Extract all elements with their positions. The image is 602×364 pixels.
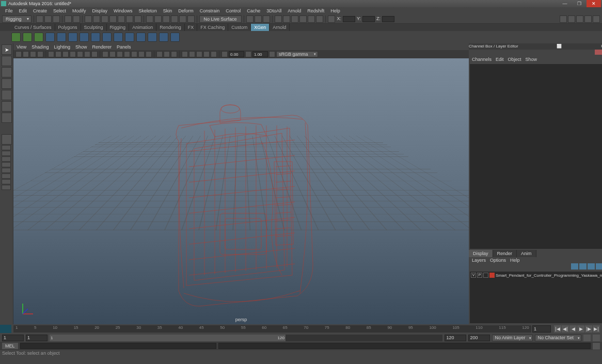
anim-layer-select[interactable]: No Anim Layer bbox=[492, 335, 533, 341]
vp-menu-lighting[interactable]: Lighting bbox=[54, 44, 70, 50]
shelf-icon[interactable] bbox=[11, 33, 21, 42]
shelf-icon[interactable] bbox=[170, 33, 180, 42]
tab-fx[interactable]: FX bbox=[185, 24, 198, 31]
vp-icon[interactable] bbox=[37, 51, 43, 57]
current-frame-field[interactable]: 1 bbox=[532, 325, 551, 333]
snap-surface-icon[interactable] bbox=[179, 15, 186, 23]
autokey-icon[interactable] bbox=[583, 335, 591, 341]
range-start-field[interactable]: 1 bbox=[2, 335, 24, 341]
select-icon-7[interactable] bbox=[134, 15, 141, 23]
vp-menu-panels[interactable]: Panels bbox=[117, 44, 131, 50]
render-icon-5[interactable] bbox=[308, 15, 315, 23]
vp-icon[interactable] bbox=[182, 51, 188, 57]
vp-icon[interactable] bbox=[77, 51, 83, 57]
shelf-icon[interactable] bbox=[159, 33, 168, 42]
tab-polygons[interactable]: Polygons bbox=[55, 24, 81, 31]
shelf-icon[interactable] bbox=[34, 33, 43, 42]
vp-menu-view[interactable]: View bbox=[17, 44, 26, 50]
render-icon-4[interactable] bbox=[299, 15, 307, 23]
gamma-icon[interactable] bbox=[245, 51, 251, 57]
shelf-icon[interactable] bbox=[125, 33, 134, 42]
lasso-tool[interactable] bbox=[2, 56, 12, 66]
vp-icon[interactable] bbox=[117, 51, 123, 57]
select-tool[interactable]: ➤ bbox=[2, 44, 12, 55]
workspace-mode[interactable]: Rigging bbox=[2, 15, 31, 23]
tab-display[interactable]: Display bbox=[469, 250, 493, 257]
cmd-language[interactable]: MEL bbox=[2, 343, 18, 349]
shelf-icon[interactable] bbox=[136, 33, 146, 42]
tab-xgen[interactable]: XGen bbox=[251, 24, 270, 31]
vp-icon[interactable] bbox=[138, 51, 145, 57]
snap-view-icon[interactable] bbox=[187, 15, 195, 23]
new-scene-icon[interactable] bbox=[36, 15, 43, 23]
layers-menu[interactable]: Layers bbox=[472, 258, 486, 263]
tab-render[interactable]: Render bbox=[493, 250, 517, 257]
vp-icon[interactable] bbox=[48, 51, 54, 57]
undock-icon[interactable]: ⬜ bbox=[556, 43, 563, 50]
play-fwd-button[interactable]: ▶ bbox=[577, 325, 584, 333]
menu-file[interactable]: File bbox=[2, 8, 16, 13]
range-in-field[interactable]: 1 bbox=[26, 335, 47, 341]
ch-menu-channels[interactable]: Channels bbox=[472, 57, 492, 62]
menu-skeleton[interactable]: Skeleton bbox=[136, 8, 160, 13]
panel-icon-2[interactable] bbox=[568, 15, 575, 23]
snap-point-icon[interactable] bbox=[163, 15, 170, 23]
z-field[interactable] bbox=[382, 16, 394, 22]
channel-icon[interactable] bbox=[595, 50, 602, 55]
vp-icon[interactable] bbox=[131, 51, 137, 57]
menu-create[interactable]: Create bbox=[30, 8, 50, 13]
vp-icon[interactable] bbox=[196, 51, 202, 57]
menu-edit[interactable]: Edit bbox=[16, 8, 30, 13]
ch-menu-object[interactable]: Object bbox=[508, 57, 521, 62]
close-panel-icon[interactable]: ✕ bbox=[599, 43, 602, 50]
menu-3dtoall[interactable]: 3DtoAll bbox=[263, 8, 284, 13]
render-icon-6[interactable] bbox=[316, 15, 323, 23]
range-out-field[interactable]: 120 bbox=[445, 335, 466, 341]
layer-icon[interactable] bbox=[571, 263, 578, 270]
x-field[interactable] bbox=[343, 16, 355, 22]
snap-plane-icon[interactable] bbox=[171, 15, 178, 23]
menu-modify[interactable]: Modify bbox=[69, 8, 89, 13]
vp-icon[interactable] bbox=[269, 51, 275, 57]
step-back-button[interactable]: ◀| bbox=[562, 325, 569, 333]
layout-preset[interactable] bbox=[2, 173, 11, 179]
channel-box[interactable] bbox=[470, 64, 602, 249]
shelf-icon[interactable] bbox=[114, 33, 123, 42]
layout-quad[interactable] bbox=[2, 145, 11, 150]
history-icon-3[interactable] bbox=[263, 15, 270, 23]
layer-name[interactable]: Smart_Pendant_for_Controller_Programming… bbox=[496, 273, 602, 278]
select-icon-4[interactable] bbox=[109, 15, 117, 23]
vp-icon[interactable] bbox=[189, 51, 195, 57]
colorspace-select[interactable]: sRGB gamma bbox=[276, 51, 318, 57]
layer-editor[interactable]: V P Smart_Pendant_for_Controller_Program… bbox=[470, 272, 602, 323]
viewport[interactable]: persp bbox=[13, 58, 469, 324]
range-slider[interactable]: 1120 bbox=[50, 335, 442, 341]
vp-icon[interactable] bbox=[55, 51, 61, 57]
menu-display[interactable]: Display bbox=[89, 8, 111, 13]
tab-rigging[interactable]: Rigging bbox=[107, 24, 130, 31]
tab-anim[interactable]: Anim bbox=[517, 250, 536, 257]
shelf-icon[interactable] bbox=[148, 33, 157, 42]
vp-menu-shading[interactable]: Shading bbox=[31, 44, 49, 50]
y-field[interactable] bbox=[362, 16, 375, 22]
layer-play[interactable]: P bbox=[477, 273, 482, 278]
vp-icon[interactable] bbox=[211, 51, 217, 57]
layer-vis[interactable]: V bbox=[471, 273, 476, 278]
gamma-field[interactable]: 1.00 bbox=[252, 51, 268, 57]
shelf-icon[interactable] bbox=[91, 33, 100, 42]
menu-select[interactable]: Select bbox=[50, 8, 69, 13]
move-tool[interactable] bbox=[2, 78, 12, 89]
minimize-button[interactable]: — bbox=[558, 0, 572, 7]
menu-redshift[interactable]: Redshift bbox=[304, 8, 327, 13]
layout-preset[interactable] bbox=[2, 151, 11, 156]
tab-curves[interactable]: Curves / Surfaces bbox=[11, 24, 55, 31]
prefs-icon[interactable] bbox=[593, 335, 600, 341]
menu-arnold[interactable]: Arnold bbox=[284, 8, 304, 13]
ch-menu-edit[interactable]: Edit bbox=[496, 57, 504, 62]
go-start-button[interactable]: |◀ bbox=[554, 325, 561, 333]
live-surface-label[interactable]: No Live Surface bbox=[199, 15, 242, 23]
step-fwd-button[interactable]: |▶ bbox=[585, 325, 592, 333]
vp-icon[interactable] bbox=[102, 51, 108, 57]
shelf-icon[interactable] bbox=[102, 33, 112, 42]
vp-icon[interactable] bbox=[146, 51, 152, 57]
